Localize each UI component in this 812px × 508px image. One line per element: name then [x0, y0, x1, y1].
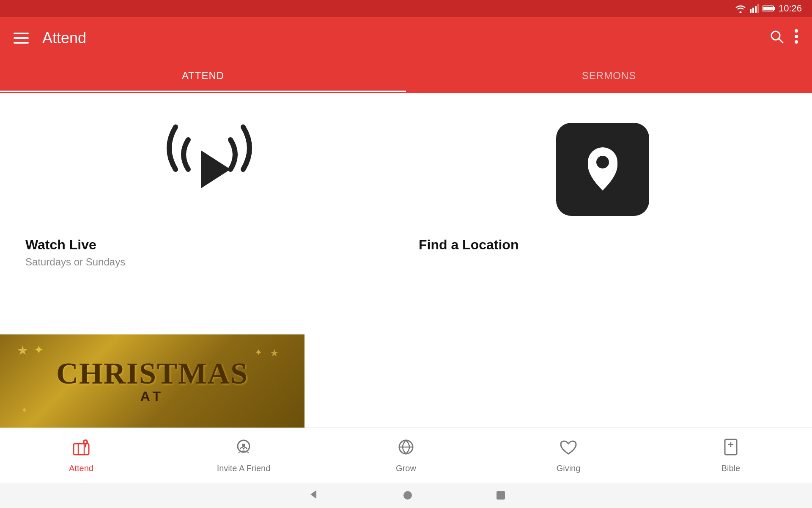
recents-button[interactable] [497, 491, 505, 500]
giving-nav-icon [559, 438, 578, 460]
tab-sermons-label: Sermons [582, 70, 636, 82]
christmas-banner-content: CHRISTMAS AT [56, 358, 248, 404]
main-content: Watch Live Saturdays or Sundays Find a L… [0, 93, 812, 428]
watch-live-subtitle: Saturdays or Sundays [25, 256, 125, 268]
nav-invite[interactable]: Invite A Friend [162, 438, 325, 473]
back-button[interactable] [307, 489, 319, 502]
svg-point-11 [795, 35, 798, 38]
tab-bar: Attend Sermons [0, 59, 812, 93]
nav-giving-label: Giving [557, 464, 581, 473]
cards-area: Watch Live Saturdays or Sundays Find a L… [0, 93, 812, 276]
nav-attend-label: Attend [69, 464, 93, 473]
banner-area: CHRISTMAS AT ✦ ✦ ✦ [0, 276, 812, 428]
svg-point-0 [739, 11, 741, 13]
svg-point-10 [795, 29, 798, 33]
battery-icon [763, 5, 775, 12]
svg-rect-16 [74, 444, 89, 455]
nav-bible[interactable]: Bible [650, 438, 812, 473]
app-bar-actions [769, 29, 798, 47]
bible-nav-icon [721, 438, 740, 460]
svg-point-21 [85, 441, 87, 443]
more-options-button[interactable] [794, 29, 798, 47]
location-icon [556, 123, 649, 216]
tab-sermons[interactable]: Sermons [406, 59, 812, 92]
nav-invite-label: Invite A Friend [217, 464, 271, 473]
svg-point-23 [242, 444, 245, 447]
svg-marker-13 [201, 150, 230, 188]
wifi-icon [735, 4, 746, 13]
invite-nav-icon [234, 438, 253, 460]
app-title: Attend [42, 29, 769, 47]
status-time: 10:26 [779, 3, 802, 14]
bottom-nav: Attend Invite A Friend Grow [0, 428, 812, 483]
nav-giving[interactable]: Giving [487, 438, 650, 473]
status-bar: 10:26 [0, 0, 812, 17]
svg-rect-2 [752, 8, 754, 13]
map-pin-icon [579, 142, 626, 197]
tab-attend[interactable]: Attend [0, 59, 406, 92]
svg-rect-1 [750, 9, 752, 13]
tab-attend-label: Attend [182, 70, 224, 82]
watch-live-icon [25, 110, 393, 229]
signal-icon [750, 4, 759, 13]
watch-live-card[interactable]: Watch Live Saturdays or Sundays [25, 110, 393, 268]
svg-rect-3 [755, 6, 757, 13]
nav-grow-label: Grow [396, 464, 416, 473]
christmas-main-text: CHRISTMAS [56, 358, 248, 389]
hamburger-menu-icon[interactable] [14, 33, 29, 44]
star-decoration-2: ✦ [255, 347, 262, 358]
search-button[interactable] [769, 29, 784, 47]
location-icon-area [419, 110, 787, 229]
svg-rect-4 [757, 4, 759, 13]
home-button[interactable] [403, 491, 412, 500]
status-icons: 10:26 [735, 3, 802, 14]
star-decoration-3: ✦ [21, 406, 27, 415]
system-nav [0, 483, 812, 508]
svg-point-15 [596, 156, 609, 168]
broadcast-icon [142, 114, 277, 224]
christmas-banner[interactable]: CHRISTMAS AT ✦ ✦ ✦ [0, 334, 304, 428]
christmas-sub-text: AT [56, 389, 248, 404]
svg-rect-7 [763, 7, 773, 10]
svg-line-9 [779, 39, 783, 43]
nav-bible-label: Bible [721, 464, 740, 473]
attend-nav-icon [72, 438, 91, 460]
grow-nav-icon [397, 438, 415, 460]
find-location-card[interactable]: Find a Location [419, 110, 787, 268]
svg-point-12 [795, 40, 798, 44]
svg-rect-6 [774, 7, 775, 10]
watch-live-title: Watch Live [25, 237, 96, 253]
find-location-title: Find a Location [419, 237, 518, 253]
nav-grow[interactable]: Grow [325, 438, 487, 473]
star-decoration-1: ✦ [34, 343, 44, 357]
nav-attend[interactable]: Attend [0, 438, 162, 473]
app-bar: Attend [0, 17, 812, 59]
svg-marker-29 [310, 490, 316, 499]
